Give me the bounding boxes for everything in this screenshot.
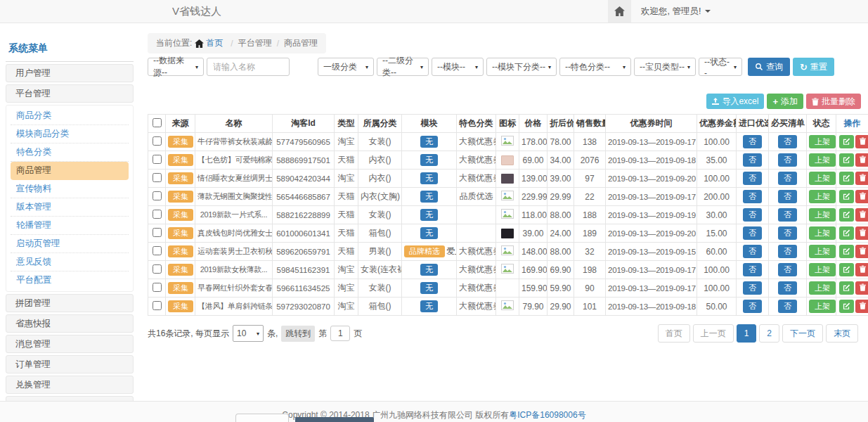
delete-button[interactable]: [855, 281, 868, 295]
import-toggle-button[interactable]: 否: [743, 245, 762, 258]
edit-button[interactable]: [839, 263, 854, 276]
delete-button[interactable]: [855, 245, 868, 258]
filter-select[interactable]: --数据来源--▾: [148, 58, 204, 76]
edit-button[interactable]: [839, 300, 854, 313]
status-button[interactable]: 上架: [809, 172, 836, 185]
sidebar-item[interactable]: 订单管理: [6, 355, 134, 373]
name-search-input[interactable]: [207, 58, 290, 76]
edit-button[interactable]: [839, 135, 854, 148]
status-button[interactable]: 上架: [809, 300, 836, 313]
status-button[interactable]: 上架: [809, 208, 836, 222]
delete-button[interactable]: [855, 300, 868, 313]
filter-select[interactable]: --特色分类--▾: [559, 58, 631, 76]
must-buy-toggle-button[interactable]: 否: [778, 135, 797, 148]
import-toggle-button[interactable]: 否: [743, 153, 762, 167]
filter-select[interactable]: --模块下分类--▾: [486, 58, 557, 76]
must-buy-toggle-button[interactable]: 否: [778, 281, 797, 295]
row-checkbox[interactable]: [153, 264, 162, 274]
filter-select[interactable]: 一级分类▾: [318, 58, 374, 76]
import-toggle-button[interactable]: 否: [743, 300, 762, 313]
edit-button[interactable]: [839, 245, 854, 258]
delete-button[interactable]: [855, 172, 868, 185]
filter-select[interactable]: --模块--▾: [432, 58, 484, 76]
must-buy-toggle-button[interactable]: 否: [778, 172, 797, 185]
page-button[interactable]: 首页: [658, 324, 690, 343]
user-menu[interactable]: 欢迎您, 管理员!: [641, 6, 711, 18]
add-button[interactable]: + 添加: [767, 94, 803, 109]
sidebar-subitem[interactable]: 商品管理: [11, 162, 129, 180]
sidebar-item[interactable]: 拼团管理: [6, 294, 134, 312]
import-toggle-button[interactable]: 否: [743, 281, 762, 295]
sidebar-subitem[interactable]: 平台配置: [11, 271, 129, 290]
sidebar-subitem[interactable]: 商品分类: [11, 107, 129, 125]
status-button[interactable]: 上架: [809, 263, 836, 276]
row-checkbox[interactable]: [153, 228, 162, 237]
sidebar-item[interactable]: 兑换管理: [6, 376, 134, 394]
filter-select[interactable]: --宝贝类型--▾: [634, 58, 696, 76]
jump-button[interactable]: 跳转到: [281, 326, 315, 342]
query-button[interactable]: 查询: [748, 58, 790, 76]
sidebar-subitem[interactable]: 意见反馈: [11, 253, 129, 271]
must-buy-toggle-button[interactable]: 否: [778, 245, 797, 258]
must-buy-toggle-button[interactable]: 否: [778, 208, 797, 222]
must-buy-toggle-button[interactable]: 否: [778, 226, 797, 240]
edit-button[interactable]: [839, 208, 854, 222]
delete-button[interactable]: [855, 153, 868, 167]
row-checkbox[interactable]: [153, 246, 162, 255]
row-checkbox[interactable]: [153, 283, 162, 292]
import-toggle-button[interactable]: 否: [743, 190, 762, 203]
page-button[interactable]: 1: [737, 324, 757, 343]
import-toggle-button[interactable]: 否: [743, 208, 762, 222]
row-checkbox[interactable]: [153, 136, 162, 146]
delete-button[interactable]: [855, 263, 868, 276]
breadcrumb-home-link[interactable]: 首页: [195, 37, 223, 49]
filter-select[interactable]: --二级分类--▾: [377, 58, 429, 76]
sidebar-item[interactable]: 平台管理: [6, 84, 134, 103]
status-button[interactable]: 上架: [809, 245, 836, 258]
status-button[interactable]: 上架: [809, 281, 836, 295]
delete-button[interactable]: [855, 226, 868, 240]
sidebar-item[interactable]: 省惠快报: [6, 314, 134, 333]
import-excel-button[interactable]: 导入excel: [706, 94, 764, 109]
edit-button[interactable]: [839, 190, 854, 203]
status-button[interactable]: 上架: [809, 190, 836, 203]
sidebar-subitem[interactable]: 宣传物料: [11, 180, 129, 198]
sidebar-item[interactable]: 消息管理: [6, 335, 134, 353]
delete-button[interactable]: [855, 208, 868, 222]
status-button[interactable]: 上架: [809, 135, 836, 148]
row-checkbox[interactable]: [153, 173, 162, 182]
import-toggle-button[interactable]: 否: [743, 226, 762, 240]
page-button[interactable]: 末页: [826, 324, 858, 343]
sidebar-subitem[interactable]: 模块商品分类: [11, 125, 129, 143]
edit-button[interactable]: [839, 153, 854, 167]
sidebar-subitem[interactable]: 启动页管理: [11, 235, 129, 253]
reset-button[interactable]: ↻ 重置: [793, 58, 834, 76]
row-checkbox[interactable]: [153, 191, 162, 200]
select-all-checkbox[interactable]: [153, 118, 162, 127]
import-toggle-button[interactable]: 否: [743, 172, 762, 185]
delete-button[interactable]: [855, 135, 868, 148]
must-buy-toggle-button[interactable]: 否: [778, 190, 797, 203]
row-checkbox[interactable]: [153, 210, 162, 219]
jump-page-input[interactable]: [330, 326, 350, 341]
must-buy-toggle-button[interactable]: 否: [778, 153, 797, 167]
sidebar-subitem[interactable]: 特色分类: [11, 143, 129, 162]
sidebar-subitem[interactable]: 轮播管理: [11, 217, 129, 235]
filter-select[interactable]: --状态--▾: [699, 58, 742, 76]
must-buy-toggle-button[interactable]: 否: [778, 263, 797, 276]
delete-button[interactable]: [855, 190, 868, 203]
edit-button[interactable]: [839, 226, 854, 240]
icp-link[interactable]: 粤ICP备16098006号: [509, 410, 585, 420]
status-button[interactable]: 上架: [809, 226, 836, 240]
import-toggle-button[interactable]: 否: [743, 135, 762, 148]
status-button[interactable]: 上架: [809, 153, 836, 167]
row-checkbox[interactable]: [153, 301, 162, 310]
sidebar-subitem[interactable]: 版本管理: [11, 198, 129, 217]
home-button[interactable]: [608, 0, 631, 23]
sidebar-item[interactable]: 用户管理: [6, 64, 134, 82]
must-buy-toggle-button[interactable]: 否: [778, 300, 797, 313]
edit-button[interactable]: [839, 172, 854, 185]
page-button[interactable]: 下一页: [782, 324, 823, 343]
page-size-select[interactable]: 10 ▾: [233, 325, 264, 342]
batch-delete-button[interactable]: 批量删除: [806, 94, 861, 109]
